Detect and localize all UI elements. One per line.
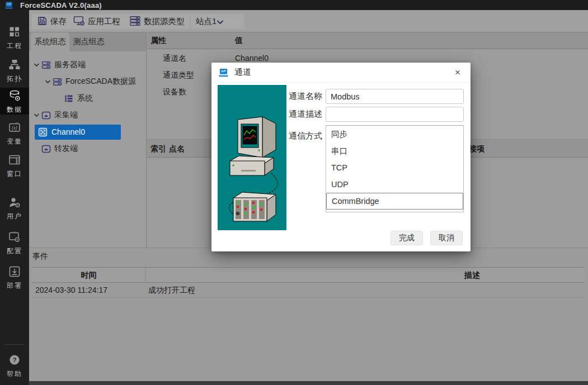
window-icon	[8, 154, 21, 168]
chevron-down-icon[interactable]	[32, 113, 40, 117]
comm-option-sync[interactable]: 同步	[326, 126, 463, 142]
tree-node-forwarder-side[interactable]: 转发端	[29, 140, 146, 157]
list-icon	[64, 94, 74, 103]
sidebar-item-deploy[interactable]: 部署	[0, 264, 29, 292]
cancel-button[interactable]: 取消	[430, 231, 463, 245]
col-description: 描述	[464, 270, 480, 281]
comm-option-commbridge[interactable]: CommBridge	[326, 193, 463, 210]
system-tree: 服务器端 ForceSCADA数据源 系统 采集端 Channel0	[29, 51, 146, 157]
window-bottom-edge	[29, 381, 588, 385]
channel-desc-label: 通道描述	[289, 109, 322, 120]
sidebar-item-help[interactable]: ? 帮助	[0, 352, 29, 381]
channel-dialog-icon	[218, 68, 229, 77]
col-point-name: 点名	[169, 144, 185, 154]
sidebar-item-config[interactable]: 配置	[0, 229, 29, 258]
topology-icon	[8, 59, 21, 73]
dialog-buttons: 完成 取消	[391, 231, 463, 245]
tab-system-config[interactable]: 系统组态	[31, 32, 69, 51]
event-row[interactable]: 2024-03-30 11:24:17 成功打开工程	[32, 283, 585, 298]
finish-button[interactable]: 完成	[391, 231, 423, 245]
help-icon: ?	[8, 354, 21, 368]
grid-icon	[8, 26, 21, 40]
events-table-header: 时间 描述	[32, 267, 585, 283]
tree-node-server-side[interactable]: 服务器端	[29, 56, 146, 73]
channel-name-input[interactable]	[326, 89, 464, 104]
col-index: 索引	[150, 144, 166, 154]
tab-point-config[interactable]: 测点组态	[69, 32, 108, 51]
sidebar-item-topology[interactable]: 拓扑	[0, 57, 29, 85]
variable-icon: (x)	[8, 121, 21, 136]
sidebar: 工程 拓扑 数据 (x) 变量 窗口 用户 配置 部署	[0, 10, 29, 385]
channel-dialog: 通道 ×	[211, 63, 471, 251]
events-section: 事件 时间 描述 2024-03-30 11:24:17 成功打开工程	[29, 248, 588, 381]
tree-node-system[interactable]: 系统	[29, 90, 146, 107]
app-logo-icon	[4, 2, 13, 9]
sidebar-item-run[interactable]	[0, 382, 29, 385]
events-table: 时间 描述 2024-03-30 11:24:17 成功打开工程	[32, 267, 585, 379]
server-icon	[41, 60, 51, 70]
tree-node-forcescada-datasource[interactable]: ForceSCADA数据源	[29, 73, 146, 90]
svg-text:(x): (x)	[12, 125, 17, 131]
channel-icon	[38, 127, 48, 137]
comm-option-udp[interactable]: UDP	[326, 176, 463, 193]
chevron-down-icon	[217, 17, 224, 26]
events-title: 事件	[32, 251, 48, 262]
datasource-type-button[interactable]: 数据源类型	[124, 14, 190, 29]
site-select-dropdown[interactable]: 站点1	[191, 14, 244, 29]
chevron-down-icon[interactable]	[32, 63, 40, 67]
config-panel: 系统组态 测点组态 服务器端 ForceSCADA数据源 系统 采集端	[29, 32, 147, 248]
column-divider	[145, 268, 146, 283]
channel-illustration	[218, 85, 286, 230]
comm-mode-label: 通信方式	[289, 131, 322, 141]
selected-tree-row[interactable]: Channel0	[35, 125, 121, 140]
sidebar-item-project[interactable]: 工程	[0, 24, 29, 53]
deploy-icon	[8, 265, 21, 280]
database-gear-icon	[8, 89, 21, 104]
monitor-gear-icon	[73, 16, 85, 28]
sidebar-item-users[interactable]: 用户	[0, 194, 29, 223]
app-window: ForceSCADA V2.0(aaa) 工程 拓扑 数据 (x) 变量 窗口 …	[0, 0, 588, 385]
properties-header: 属性 值	[147, 32, 588, 49]
comm-option-tcp[interactable]: TCP	[326, 159, 463, 176]
dialog-title: 通道	[234, 67, 251, 78]
col-property: 属性	[150, 36, 166, 46]
close-icon[interactable]: ×	[451, 66, 464, 79]
channel-name-label: 通道名称	[289, 91, 322, 102]
sidebar-item-windows[interactable]: 窗口	[0, 152, 29, 180]
server-stack-icon	[129, 16, 141, 28]
sidebar-item-data[interactable]: 数据	[0, 88, 29, 115]
channel-desc-input[interactable]	[326, 107, 464, 122]
window-title: ForceSCADA V2.0(aaa)	[20, 1, 102, 9]
sidebar-item-variables[interactable]: (x) 变量	[0, 120, 29, 148]
tree-node-collector-side[interactable]: 采集端	[29, 107, 146, 123]
comm-mode-list: 同步 串口 TCP UDP CommBridge	[326, 125, 464, 212]
titlebar: ForceSCADA V2.0(aaa)	[0, 0, 588, 10]
collector-icon	[41, 111, 51, 120]
config-gear-icon	[8, 231, 21, 245]
user-gear-icon	[8, 196, 21, 211]
save-icon	[37, 16, 48, 28]
apply-project-button[interactable]: 应用工程	[68, 14, 125, 29]
svg-text:?: ?	[13, 357, 17, 363]
server-icon	[53, 77, 62, 87]
toolbar: 保存 应用工程 数据源类型 站点1	[29, 10, 588, 32]
tree-node-channel0[interactable]: Channel0	[29, 123, 146, 140]
sidebar-divider	[4, 344, 25, 345]
config-tabs: 系统组态 测点组态	[29, 32, 146, 51]
forwarder-icon	[41, 144, 51, 154]
col-value: 值	[235, 36, 243, 46]
dialog-titlebar: 通道 ×	[211, 63, 471, 83]
save-button[interactable]: 保存	[32, 14, 72, 29]
col-time: 时间	[32, 270, 145, 281]
chevron-down-icon[interactable]	[44, 79, 51, 84]
comm-option-serial[interactable]: 串口	[326, 142, 463, 159]
